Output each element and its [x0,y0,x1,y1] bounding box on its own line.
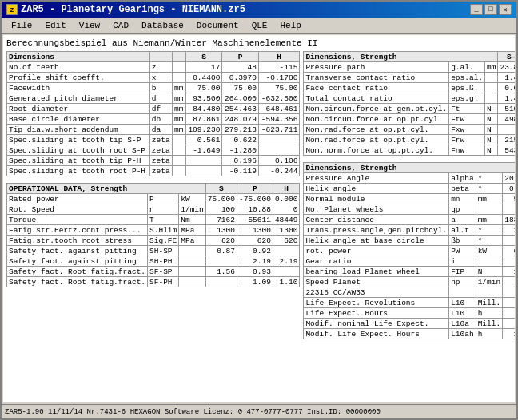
window-title: ZAR5 - Planetary Gearings - NIEMANN.zr5 [21,4,245,15]
table-row: Safety fact. Root fatig.fract.SF-SP1.560… [7,267,300,277]
table-row: Center distanceamm183 js 7 [304,215,515,225]
table-row: Generated pitch diameterdmm93.500264.000… [7,93,300,104]
table-row: Safety fact. Root fatig.fract.SF-PH1.091… [7,277,300,287]
table-row: Gear ratioi7.76 [304,256,515,267]
status-text: ZAR5-1.90 11/11/14 Nr.7431-6 HEXAGON Sof… [5,408,513,416]
menu-help[interactable]: Help [273,19,307,32]
maximize-button[interactable]: □ [484,4,497,15]
table-row: Spec.sliding at tooth root S-Pzeta-1.649… [7,145,300,156]
operational-table: OPERATIONAL DATA, Strength S P H Rated p… [6,183,300,287]
menu-qle[interactable]: QLE [245,19,274,32]
table-row: Nom.rad.force at op.pt.cyl.FxwN00 [304,125,515,135]
table-row: rot. powerPWkW66.341 [304,246,515,256]
close-button[interactable]: ✕ [499,4,512,15]
table-row: Spec.sliding at tooth tip P-Hzeta0.1960.… [7,156,300,166]
table-row: Modif. Life Expect. HoursL10ahh105056 [304,329,515,339]
table-row: Pressure pathg.al.mm23.88328.786 [304,62,515,73]
table-row: Speed Planetnp1/min [304,277,515,287]
table-row: Life Expect. RevolutionsL10Mill.77.80 [304,298,515,308]
table-row: Profile shift coefft.x0.44000.3970-0.178… [7,73,300,83]
page-title: Berechnungsbeispiel aus Niemann/Winter M… [6,38,512,48]
table-row: Tip dia.w.short addendumdamm109.230279.2… [7,125,300,135]
table-row: Base circle diameterdbmm87.861248.079-59… [7,114,300,125]
status-bar: ZAR5-1.90 11/11/14 Nr.7431-6 HEXAGON Sof… [2,404,516,418]
table-row: Nom.circum.force at op.pt.cyl.FtwN498805… [304,114,515,125]
title-bar-left: Z ZAR5 - Planetary Gearings - NIEMANN.zr… [6,4,245,15]
table-row: 22316 CC/AW33 [304,287,515,298]
table-row: Fatig.str.Hertz.cont.press...S.HlimMPa13… [7,225,300,236]
menu-edit[interactable]: Edit [38,19,72,32]
app-icon: Z [6,4,18,15]
table-row: Helix angle at base circleßb°0.000 [304,236,515,246]
table-row: Spec.sliding at tooth root P-Hzeta-0.119… [7,166,300,176]
left-panel: Dimensions S P H No.of teethz1748-115 [6,51,300,399]
title-bar: Z ZAR5 - Planetary Gearings - NIEMANN.zr… [2,2,516,18]
menu-file[interactable]: File [5,19,38,32]
table-row: Face contact ratioeps.ß.0.0000.000 [304,83,515,93]
table-row: Total contact ratioeps.g.1.4711.773 [304,93,515,104]
dimensions-strength-table2: Dimensions, Strength Pressure Anglealpha… [303,162,515,339]
table-row: Trans.press.angle,gen.pitchcyl.al.t°20.0… [304,225,515,236]
table-row: No.of teethz1748-115 [7,62,300,73]
title-controls: _ □ ✕ [470,4,512,15]
table-row: Nom.norm.force at op.pt.cyl.FnwN54343543… [304,145,515,156]
table-row: Life Expect. HoursL10h42022 [304,308,515,319]
menu-view[interactable]: View [73,19,106,32]
table-row: Safety fact. against pittingSH-SP0.870.9… [7,246,300,256]
table-row: Rot. Speedn1/min10010.880 [7,204,300,215]
table-row: TorqueTNm7162-5561148449 [7,215,300,225]
table-row: Safety fact. against pittingSH-PH2.192.1… [7,256,300,267]
table-row: Nom.circum.force at gen.pt.cyl.FtN510665… [304,104,515,114]
table-row: Nom.rad.force at op.pt.cyl.FrwN215681760… [304,135,515,145]
main-layout: Dimensions S P H No.of teethz1748-115 [6,51,512,399]
main-content: Berechnungsbeispiel aus Niemann/Winter M… [3,35,515,402]
minimize-button[interactable]: _ [470,4,483,15]
right-panel: Dimensions, Strength S-P P-H Pressure pa… [303,51,515,399]
table-row: Fatig.str.tooth root stressSig.FEMPa6206… [7,236,300,246]
menu-database[interactable]: Database [135,19,190,32]
table-row: Facewidthbmm75.0075.0075.00 [7,83,300,93]
table-row: bearing load Planet wheelFIPN101294 [304,267,515,277]
table-row: Modif. nominal Life Expect.L10aMill.194.… [304,319,515,329]
dimensions-strength-table: Dimensions, Strength S-P P-H Pressure pa… [303,51,515,156]
main-window: Z ZAR5 - Planetary Gearings - NIEMANN.zr… [0,0,518,420]
dimensions-table: Dimensions S P H No.of teethz1748-115 [6,51,300,176]
table-row: Root diameterdfmm84.480254.463-648.461 [7,104,300,114]
table-row: Rated powerPkW75.000-75.0000.000 [7,194,300,204]
table-row: Spec.sliding at tooth tip S-Pzeta0.5610.… [7,135,300,145]
table-row: Transverse contact ratioeps.al.1.4711.77… [304,73,515,83]
table-row: Pressure Anglealpha°20.00000 [304,173,515,184]
menu-bar: File Edit View CAD Database Document QLE… [2,18,516,34]
table-row: Helix anglebeta°0.00000 [304,184,515,194]
menu-cad[interactable]: CAD [106,19,135,32]
table-row: Normal modulemnmm5.5000 [304,194,515,204]
table-row: No. Planet wheelsqp3 [304,204,515,215]
menu-document[interactable]: Document [190,19,245,32]
